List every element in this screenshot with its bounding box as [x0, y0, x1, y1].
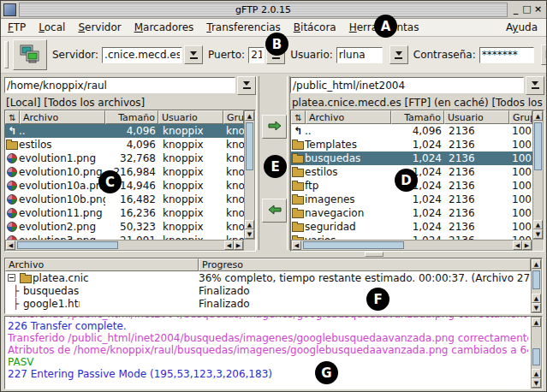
file-row[interactable]: estilos4,096knoppixknoppix — [5, 138, 244, 151]
paned-handle[interactable] — [4, 252, 543, 258]
scrollbar-thumb[interactable] — [303, 241, 404, 249]
scroll-down-button[interactable]: ▼ — [533, 229, 543, 239]
local-path-dropdown[interactable] — [237, 76, 256, 95]
paned-grip[interactable] — [365, 252, 383, 257]
menu-marcadores[interactable]: Marcadores — [134, 21, 194, 33]
toolbar-grip[interactable] — [4, 41, 9, 68]
menu-ftp[interactable]: FTP — [8, 21, 26, 33]
upload-button[interactable] — [262, 115, 287, 139]
pane-divider[interactable] — [256, 76, 259, 250]
queue-row[interactable]: ├google1.htmFinalizado — [5, 297, 531, 310]
server-history-dropdown[interactable] — [184, 45, 203, 64]
file-row[interactable]: imagenes1,0242136100 — [291, 193, 532, 206]
scrollbar-thumb[interactable] — [532, 348, 540, 365]
file-row[interactable]: evolution11.png16,236knoppixknoppix — [5, 206, 244, 220]
collapse-icon[interactable] — [8, 274, 15, 282]
menu-ayuda[interactable]: Ayuda — [506, 21, 538, 33]
file-row[interactable]: varios1,0242136100 — [291, 234, 532, 240]
file-row[interactable]: evolution3.png21,091knoppixknoppix — [5, 234, 244, 240]
scroll-left-button[interactable]: ◀ — [224, 241, 234, 250]
download-button[interactable] — [262, 199, 287, 223]
scroll-down-button[interactable]: ▼ — [532, 378, 541, 388]
file-row[interactable]: ..4,096knoppixknoppix — [5, 124, 244, 138]
computers-icon — [19, 45, 41, 66]
sort-column-header[interactable]: ⇅ — [291, 110, 306, 124]
user-input[interactable] — [336, 47, 383, 63]
scroll-up-button[interactable]: ▲ — [532, 259, 541, 269]
scroll-up-button[interactable]: ▲ — [532, 369, 541, 378]
scroll-up-button[interactable]: ▲ — [533, 220, 543, 229]
menu-bitácora[interactable]: Bitácora — [294, 21, 336, 33]
file-row[interactable]: busquedas1,0242136100 — [291, 151, 532, 165]
password-label: Contraseña: — [413, 49, 476, 61]
size-column-header[interactable]: Tamaño — [391, 110, 444, 124]
scroll-right-button[interactable]: ▶ — [522, 241, 532, 250]
maximize-button[interactable]: □ — [521, 2, 532, 17]
queue-row[interactable]: platea.cnice.mecd.es36% completo, tiempo… — [5, 271, 531, 284]
protocol-select[interactable]: FTP — [541, 45, 547, 65]
file-row[interactable]: evolution10b.png16,482knoppixknoppix — [5, 193, 244, 206]
server-input[interactable] — [102, 47, 182, 63]
scroll-right-button[interactable]: ▶ — [234, 241, 243, 250]
user-history-dropdown[interactable] — [389, 45, 408, 64]
vertical-scrollbar[interactable]: ▲ ▲ ▼ — [531, 258, 542, 313]
scroll-left-button[interactable]: ◀ — [6, 241, 15, 250]
group-column-header[interactable]: Grupo — [509, 110, 532, 124]
sort-column-header[interactable]: ⇅ — [5, 110, 20, 124]
queue-row[interactable]: ├busquedasFinalizado — [5, 284, 531, 297]
queue-progress-column-header[interactable]: Progreso — [199, 258, 531, 271]
scrollbar-thumb[interactable] — [534, 122, 542, 170]
size-column-header[interactable]: Tamaño — [105, 110, 158, 124]
scrollbar-thumb[interactable] — [17, 241, 118, 249]
file-row[interactable]: Templates1,0242136100 — [291, 138, 532, 151]
vertical-scrollbar[interactable]: ▲ ▲ ▼ — [244, 110, 255, 240]
file-row[interactable]: evolution2.png50,323knoppixknoppix — [5, 220, 244, 234]
scroll-down-button[interactable]: ▼ — [245, 229, 254, 239]
file-group: 100 — [508, 166, 532, 178]
title-bar[interactable]: gFTP 2.0.15 _ □ × — [1, 1, 546, 19]
vertical-scrollbar[interactable]: ▲ ▲ ▼ — [531, 317, 542, 389]
scrollbar-thumb[interactable] — [246, 122, 253, 170]
folder-icon — [291, 194, 305, 205]
file-row[interactable]: evolution10.png216,984knoppixknoppix — [5, 165, 244, 179]
scroll-up-button[interactable]: ▲ — [532, 318, 541, 327]
scroll-left-button[interactable]: ◀ — [292, 241, 301, 250]
file-row[interactable]: ..4,0962136100 — [291, 124, 532, 138]
menu-servidor[interactable]: Servidor — [78, 21, 121, 33]
menu-local[interactable]: Local — [39, 21, 65, 33]
scroll-down-button[interactable]: ▼ — [532, 303, 541, 312]
file-column-header[interactable]: Archivo — [20, 110, 105, 124]
file-row[interactable]: seguridad1,0242136100 — [291, 220, 532, 234]
group-column-header[interactable]: Grupo — [223, 110, 244, 124]
user-column-header[interactable]: Usuario — [158, 110, 223, 124]
remote-path-input[interactable] — [290, 77, 524, 93]
file-size: 1,024 — [391, 207, 443, 219]
file-name: Templates — [305, 139, 391, 151]
port-input[interactable] — [248, 47, 265, 63]
close-button[interactable]: × — [532, 2, 544, 17]
file-row[interactable]: evolution10a.png14,946knoppixknoppix — [5, 179, 244, 193]
password-input[interactable] — [479, 47, 534, 63]
queue-file-column-header[interactable]: Archivo — [5, 258, 199, 271]
file-row[interactable]: evolution1.png32,768knoppixknoppix — [5, 151, 244, 165]
remote-path-dropdown[interactable] — [526, 76, 544, 95]
file-row[interactable]: navegacion1,0242136100 — [291, 206, 532, 220]
file-column-header[interactable]: Archivo — [306, 110, 391, 124]
scroll-up-button[interactable]: ▲ — [533, 111, 543, 121]
scroll-up-button[interactable]: ▲ — [245, 220, 254, 229]
minimize-button[interactable]: _ — [510, 2, 521, 17]
local-path-input[interactable] — [4, 77, 235, 93]
horizontal-scrollbar[interactable]: ◀ ◀ ▶ — [291, 240, 532, 251]
scrollbar-thumb[interactable] — [532, 270, 540, 289]
user-column-header[interactable]: Usuario — [444, 110, 509, 124]
scroll-up-button[interactable]: ▲ — [532, 294, 541, 303]
title-strip[interactable]: gFTP 2.0.15 — [19, 3, 508, 17]
vertical-scrollbar[interactable]: ▲ ▲ ▼ — [532, 110, 544, 240]
scroll-left-button[interactable]: ◀ — [513, 241, 522, 250]
scroll-up-button[interactable]: ▲ — [245, 111, 254, 121]
horizontal-scrollbar[interactable]: ◀ ◀ ▶ — [5, 240, 244, 251]
window-icon[interactable] — [3, 3, 16, 16]
file-group: 100 — [508, 125, 532, 137]
menu-transferencias[interactable]: Transferencias — [206, 21, 281, 33]
connect-button[interactable] — [13, 39, 47, 70]
